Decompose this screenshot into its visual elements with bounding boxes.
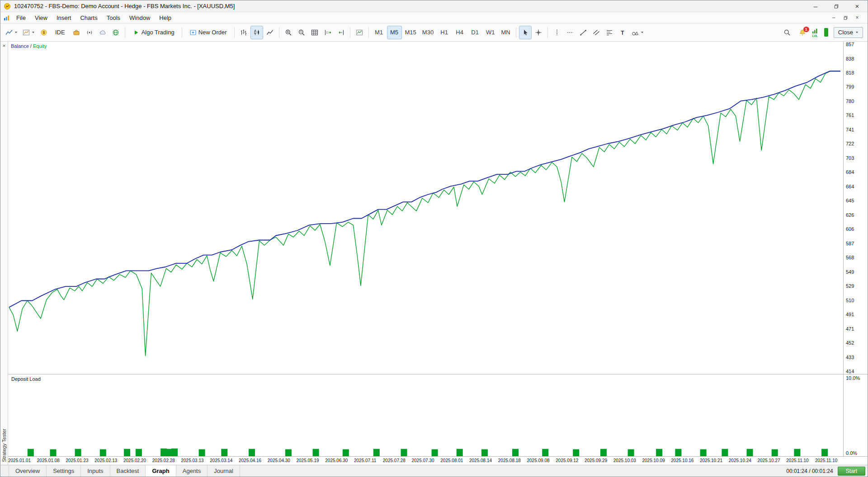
bars-chart-button[interactable]: [237, 26, 250, 39]
y-axis-label: 529: [846, 283, 854, 289]
legend-equity: Equity: [33, 43, 47, 49]
indicators-button[interactable]: [353, 26, 366, 39]
y-axis-label: 626: [846, 212, 854, 218]
minimize-button[interactable]: –: [805, 0, 826, 12]
tab-backtest[interactable]: Backtest: [110, 465, 146, 477]
cloud-button[interactable]: [96, 26, 109, 39]
status-indicator: [824, 28, 828, 37]
trendline-icon: [580, 29, 587, 36]
menu-insert[interactable]: Insert: [52, 13, 76, 23]
menu-charts[interactable]: Charts: [75, 13, 102, 23]
close-window-button[interactable]: ×: [847, 0, 868, 12]
timeframe-w1[interactable]: W1: [483, 26, 498, 39]
y-axis-label: 664: [846, 184, 854, 189]
close-position-button[interactable]: Close: [834, 27, 863, 38]
chart-minimize-button[interactable]: –: [829, 14, 839, 22]
timeframe-h1[interactable]: H1: [437, 26, 452, 39]
crosshair-button[interactable]: [532, 26, 545, 39]
shapes-dropdown[interactable]: [629, 26, 646, 39]
deposit-load-svg: [8, 374, 843, 456]
cursor-icon: [522, 29, 529, 36]
menu-window[interactable]: Window: [125, 13, 155, 23]
window-title: 102470752 - FBS-Demo: Demo Account - Hed…: [14, 3, 235, 9]
x-axis-label: 2025.10.21: [700, 458, 722, 463]
tab-overview[interactable]: Overview: [9, 465, 47, 477]
legend-balance: Balance: [11, 43, 29, 49]
toolbar-separator: [279, 27, 279, 38]
connection-status[interactable]: LVL: [811, 27, 819, 37]
deposit-bar: [512, 449, 519, 456]
timeframe-h4[interactable]: H4: [452, 26, 467, 39]
x-axis-label: 2025.02.28: [152, 458, 175, 463]
timeframe-d1[interactable]: D1: [467, 26, 482, 39]
chevron-down-icon: [641, 31, 644, 34]
toolbox-button[interactable]: [70, 26, 83, 39]
deposit-axis-min: 0.0%: [846, 450, 857, 456]
tester-panel-close-button[interactable]: ×: [1, 43, 7, 48]
chart-plot-area[interactable]: Balance / Equity: [8, 42, 843, 374]
tab-journal[interactable]: Journal: [208, 465, 240, 477]
start-button[interactable]: Start: [838, 467, 865, 476]
text-tool[interactable]: T: [616, 26, 629, 39]
new-chart-dropdown[interactable]: [20, 26, 37, 39]
channel-tool[interactable]: [590, 26, 603, 39]
tab-agents[interactable]: Agents: [176, 465, 208, 477]
line-chart-icon: [5, 29, 13, 36]
deposit-bar: [481, 449, 488, 456]
new-order-button[interactable]: New Order: [185, 26, 231, 39]
restore-button[interactable]: [826, 0, 847, 12]
trendline-tool[interactable]: [577, 26, 590, 39]
menu-file[interactable]: File: [12, 13, 30, 23]
chart-restore-button[interactable]: [840, 14, 850, 22]
chart-shift-button[interactable]: [335, 26, 347, 39]
cursor-button[interactable]: [519, 26, 532, 39]
deposit-bar: [573, 449, 579, 456]
zoom-out-button[interactable]: [295, 26, 308, 39]
strategy-tester-panel: × Strategy Tester Balance / Equity 85783…: [0, 42, 868, 465]
ide-button[interactable]: IDE: [51, 26, 70, 39]
tab-settings[interactable]: Settings: [47, 465, 81, 477]
search-button[interactable]: [781, 26, 793, 39]
community-button[interactable]: [109, 26, 122, 39]
notifications-button[interactable]: 1: [799, 29, 806, 36]
chart-type-dropdown[interactable]: [3, 26, 20, 39]
market-watch-button[interactable]: $: [38, 26, 50, 39]
y-axis: 8578388187997807617417227036846646456266…: [843, 42, 868, 374]
bars-chart-icon: [240, 29, 247, 36]
chevron-down-icon: [855, 31, 859, 34]
deposit-axis-max: 10.0%: [846, 375, 860, 381]
x-axis-label: 2025.04.30: [268, 458, 290, 463]
fibonacci-tool[interactable]: [603, 26, 616, 39]
chart-close-button[interactable]: ×: [852, 14, 862, 22]
line-chart-button[interactable]: [264, 26, 276, 39]
candlestick-chart-button[interactable]: [250, 26, 263, 39]
tab-inputs[interactable]: Inputs: [81, 465, 110, 477]
timeframe-m1[interactable]: M1: [372, 26, 387, 39]
deposit-bar: [401, 449, 407, 456]
x-axis-label: 2025.08.14: [469, 458, 492, 463]
timeframe-m30[interactable]: M30: [420, 26, 436, 39]
x-axis-label: 2025.09.29: [585, 458, 607, 463]
auto-scroll-button[interactable]: [321, 26, 334, 39]
timeframe-m15[interactable]: M15: [402, 26, 419, 39]
tile-windows-button[interactable]: [308, 26, 321, 39]
algo-trading-button[interactable]: Algo Trading: [128, 26, 179, 39]
menu-help[interactable]: Help: [155, 13, 176, 23]
timeframe-m5[interactable]: M5: [387, 26, 402, 39]
signal-icon: [811, 27, 819, 34]
vertical-line-tool[interactable]: [551, 26, 563, 39]
channel-icon: [593, 29, 600, 36]
toolbar-separator: [234, 27, 235, 38]
horizontal-line-tool[interactable]: [564, 26, 576, 39]
deposit-plot-area[interactable]: Deposit Load: [8, 374, 843, 456]
broadcast-button[interactable]: [83, 26, 96, 39]
menu-view[interactable]: View: [30, 13, 52, 23]
menu-tools[interactable]: Tools: [102, 13, 125, 23]
zoom-in-button[interactable]: [282, 26, 295, 39]
deposit-bar: [75, 449, 81, 456]
x-axis-label: 2025.08.01: [440, 458, 463, 463]
toolbar-separator: [350, 27, 350, 38]
tab-graph[interactable]: Graph: [146, 465, 176, 477]
timeframe-mn[interactable]: MN: [498, 26, 513, 39]
restore-icon: [834, 4, 839, 9]
